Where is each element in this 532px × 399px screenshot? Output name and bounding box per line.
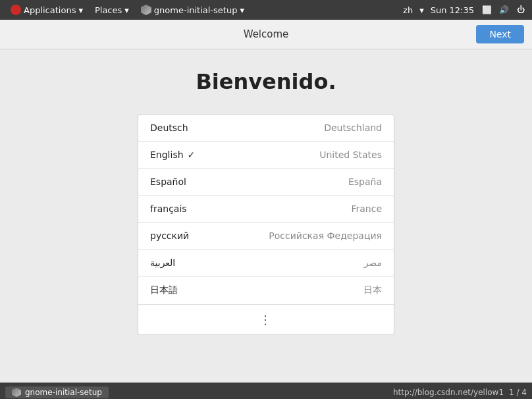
taskbar-right: http://blog.csdn.net/yellow1 1 / 4 (393, 388, 527, 397)
language-row[interactable]: DeutschDeutschland (138, 115, 394, 142)
app-icon (11, 5, 21, 15)
gnome-icon (141, 5, 151, 15)
taskbar-url: http://blog.csdn.net/yellow1 (393, 388, 504, 397)
language-row[interactable]: 日本語日本 (138, 277, 394, 305)
volume-icon[interactable]: 🔊 (498, 4, 510, 16)
language-row[interactable]: françaisFrance (138, 196, 394, 223)
places-menu[interactable]: Places ▾ (90, 4, 134, 16)
title-bar: Welcome Next (0, 20, 532, 49)
power-icon[interactable]: ⏻ (515, 4, 527, 16)
lang-indicator[interactable]: zh (403, 5, 413, 15)
taskbar: gnome-initial-setup http://blog.csdn.net… (0, 383, 532, 399)
language-region: Deutschland (324, 122, 382, 133)
language-name: français (150, 203, 187, 214)
language-list: DeutschDeutschlandEnglish ✓United States… (138, 114, 394, 335)
language-name: Español (150, 176, 186, 187)
language-row[interactable]: العربيةمصر (138, 250, 394, 277)
taskbar-app-icon (12, 388, 21, 397)
applications-menu[interactable]: Applications ▾ (5, 3, 88, 16)
language-region: France (351, 203, 382, 214)
gnome-label: gnome-initial-setup (154, 5, 238, 15)
more-dots-icon: ⋮ (259, 313, 273, 327)
menu-bar-right: zh ▾ Sun 12:35 ⬜ 🔊 ⏻ (403, 4, 527, 16)
lang-arrow: ▾ (419, 5, 424, 15)
language-name: русский (150, 230, 189, 241)
language-region: España (348, 176, 382, 187)
applications-label: Applications (24, 5, 76, 15)
welcome-heading: Bienvenido. (196, 69, 336, 94)
applications-arrow: ▾ (78, 5, 83, 15)
language-region: مصر (364, 257, 382, 268)
language-name: 日本語 (150, 284, 178, 296)
more-languages-row[interactable]: ⋮ (138, 305, 394, 334)
taskbar-app[interactable]: gnome-initial-setup (5, 386, 109, 398)
language-region: Российская Федерация (269, 230, 382, 241)
language-row[interactable]: EspañolEspaña (138, 169, 394, 196)
menu-bar: Applications ▾ Places ▾ gnome-initial-se… (0, 0, 532, 20)
page-counter: 1 / 4 (509, 388, 527, 397)
places-arrow: ▾ (124, 5, 129, 15)
places-label: Places (95, 5, 122, 15)
checkmark-icon: ✓ (188, 149, 196, 160)
page-title: Welcome (244, 28, 289, 40)
language-region: 日本 (363, 284, 382, 296)
main-content: Bienvenido. DeutschDeutschlandEnglish ✓U… (0, 49, 532, 383)
gnome-arrow: ▾ (240, 5, 244, 15)
menu-bar-left: Applications ▾ Places ▾ gnome-initial-se… (5, 3, 400, 16)
language-region: United States (319, 149, 382, 160)
language-name: English ✓ (150, 149, 195, 160)
status-icons: ⬜ 🔊 ⏻ (481, 4, 527, 16)
time-display: Sun 12:35 (431, 5, 474, 15)
taskbar-left: gnome-initial-setup (5, 386, 109, 398)
language-row[interactable]: русскийРоссийская Федерация (138, 223, 394, 250)
next-button[interactable]: Next (476, 25, 524, 43)
language-name: Deutsch (150, 122, 188, 133)
gnome-menu[interactable]: gnome-initial-setup ▾ (136, 3, 250, 16)
screen-icon[interactable]: ⬜ (481, 4, 492, 16)
language-name: العربية (150, 257, 175, 268)
taskbar-app-label: gnome-initial-setup (25, 388, 102, 397)
language-row[interactable]: English ✓United States (138, 142, 394, 169)
